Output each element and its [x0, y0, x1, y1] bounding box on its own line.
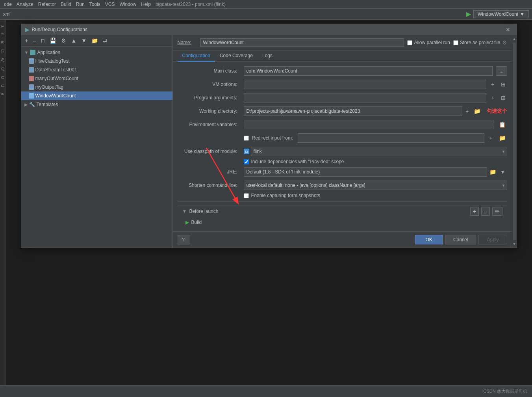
move-up-button[interactable]: ▲	[69, 37, 78, 45]
watermark: CSDN @大数据老司机	[484, 388, 527, 394]
left-strip-item-3[interactable]: al	[0, 39, 5, 45]
run-config-name: WindowWordCount	[478, 11, 518, 17]
left-strip-item-1[interactable]: a	[0, 24, 5, 29]
tree-item-windowwordcount[interactable]: WindowWordCount	[21, 91, 172, 100]
program-args-fullscreen-btn[interactable]: ⊞	[499, 94, 507, 102]
tree-item-datastreamtest001[interactable]: DataStreamTest001	[21, 65, 172, 74]
working-dir-browse-btn[interactable]: 📁	[472, 107, 482, 115]
tree-label-manyoutwordcount: manyOutWordCount	[35, 76, 78, 81]
dialog-close-button[interactable]: ✕	[503, 26, 513, 34]
before-launch-build-label: Build	[191, 220, 202, 225]
scroll-down-btn[interactable]: ▼	[512, 241, 517, 247]
working-dir-input[interactable]	[244, 106, 463, 116]
tab-code-coverage[interactable]: Code Coverage	[215, 50, 258, 62]
name-row: Name: Allow parallel run Store as projec…	[173, 35, 512, 50]
question-button[interactable]: ?	[178, 235, 189, 244]
remove-config-button[interactable]: –	[32, 37, 38, 45]
left-strip-item-5[interactable]: W	[0, 56, 5, 63]
menu-item-tools[interactable]: Tools	[87, 2, 103, 7]
store-project-label: Store as project file	[460, 40, 500, 45]
jre-input[interactable]	[244, 167, 487, 177]
name-input[interactable]	[200, 38, 404, 47]
redirect-add-btn[interactable]: +	[488, 134, 494, 142]
tree-item-hivecatalogtest[interactable]: HiveCatalogTest	[21, 57, 172, 65]
folder-button[interactable]: 📁	[90, 37, 100, 45]
menu-item-run[interactable]: Run	[74, 2, 87, 7]
vm-options-fullscreen-btn[interactable]: ⊞	[499, 80, 507, 88]
redirect-checkbox[interactable]	[244, 136, 249, 141]
scroll-thumb[interactable]	[513, 43, 516, 240]
main-class-browse-button[interactable]: ...	[496, 66, 507, 76]
menu-item-refactor[interactable]: Refactor	[36, 2, 58, 7]
vm-options-expand-btn[interactable]: +	[489, 80, 496, 88]
menu-item-help[interactable]: Help	[139, 2, 153, 7]
enable-capturing-checkbox[interactable]	[244, 193, 249, 198]
classpath-label: Use classpath of module:	[178, 149, 241, 154]
working-dir-add-btn[interactable]: +	[464, 107, 470, 115]
menu-item-build[interactable]: Build	[58, 2, 74, 7]
before-launch-edit-btn[interactable]: ✏	[492, 207, 502, 216]
dialog-footer: ? OK Cancel Apply	[173, 231, 512, 248]
tab-logs[interactable]: Logs	[258, 50, 277, 62]
before-launch-add-btn[interactable]: +	[470, 207, 479, 216]
menu-item-code[interactable]: ode	[2, 2, 14, 7]
xml-label: xml	[3, 11, 11, 17]
status-bar: CSDN @大数据老司机	[0, 385, 532, 397]
left-strip-item-6[interactable]: 0/	[0, 66, 5, 72]
edit-config-button[interactable]: ⚙	[59, 37, 68, 45]
jre-browse-btn[interactable]: 📁	[488, 168, 498, 176]
left-strip-item-7[interactable]: U	[0, 75, 5, 80]
shorten-cmd-select[interactable]: user-local default: none - java [options…	[244, 181, 507, 190]
right-scrollbar: ▲ ▼	[512, 35, 517, 248]
allow-parallel-checkbox[interactable]	[407, 40, 412, 45]
project-title: bigdata-test2023 - pom.xml (flink)	[153, 2, 228, 7]
sort-button[interactable]: ⇄	[101, 37, 109, 45]
env-vars-input[interactable]	[244, 120, 494, 129]
program-args-expand-btn[interactable]: +	[489, 94, 496, 102]
store-project-checkbox[interactable]	[453, 40, 458, 45]
main-class-label: Main class:	[178, 68, 241, 74]
tree-item-templates[interactable]: ▶ 🔧 Templates	[21, 100, 172, 109]
copy-config-button[interactable]: ⊓	[39, 37, 46, 45]
jre-row: JRE: 📁 ▼	[178, 166, 507, 178]
before-launch-remove-btn[interactable]: –	[481, 207, 490, 216]
ok-button[interactable]: OK	[415, 235, 443, 244]
apply-button[interactable]: Apply	[478, 235, 507, 244]
tab-configuration[interactable]: Configuration	[178, 50, 215, 62]
cancel-button[interactable]: Cancel	[445, 235, 476, 244]
save-config-button[interactable]: 💾	[48, 37, 58, 45]
redirect-browse-btn[interactable]: 📁	[497, 134, 507, 142]
left-strip-item-4[interactable]: ut	[0, 48, 5, 54]
env-vars-browse-btn[interactable]: 📋	[497, 121, 507, 129]
menu-item-window[interactable]: Window	[117, 2, 139, 7]
program-args-input[interactable]	[244, 93, 487, 103]
include-deps-checkbox[interactable]	[244, 159, 249, 164]
jre-dropdown-btn[interactable]: ▼	[499, 168, 507, 176]
tree-label-datastreamtest001: DataStreamTest001	[35, 67, 77, 73]
before-launch-section: ▼ Before launch + – ✏ ▶ Build	[178, 205, 507, 228]
module-select[interactable]: flink	[251, 147, 507, 156]
menu-item-analyze[interactable]: Analyze	[14, 2, 36, 7]
run-config-dropdown[interactable]: WindowWordCount ▼	[473, 10, 529, 18]
left-strip-item-9[interactable]: e	[0, 91, 5, 97]
gear-icon[interactable]: ⚙	[502, 39, 507, 46]
left-strip-item-8[interactable]: U	[0, 83, 5, 89]
run-icon: ▶	[466, 10, 471, 18]
move-down-button[interactable]: ▼	[80, 37, 88, 45]
tree-item-myoutputtag[interactable]: myOutputTag	[21, 83, 172, 91]
vm-options-input[interactable]	[244, 80, 487, 89]
redirect-input[interactable]	[298, 133, 484, 143]
file-icon-2	[29, 67, 34, 73]
before-launch-collapse-icon[interactable]: ▼	[182, 209, 187, 214]
add-config-button[interactable]: +	[24, 37, 30, 45]
classpath-row: Use classpath of module: 🗂 flink ▼	[178, 145, 507, 157]
menu-item-vcs[interactable]: VCS	[103, 2, 117, 7]
left-strip-item-2[interactable]: rl	[0, 32, 5, 37]
tree-item-manyoutwordcount[interactable]: manyOutWordCount	[21, 74, 172, 83]
tree-label-templates: Templates	[37, 102, 58, 107]
scroll-up-btn[interactable]: ▲	[512, 36, 517, 42]
shorten-cmd-row: Shorten command line: user-local default…	[178, 179, 507, 191]
main-class-input[interactable]	[244, 66, 493, 76]
tree-item-application[interactable]: ▼ Application	[21, 48, 172, 57]
before-launch-item-build: ▶ Build	[182, 218, 502, 227]
